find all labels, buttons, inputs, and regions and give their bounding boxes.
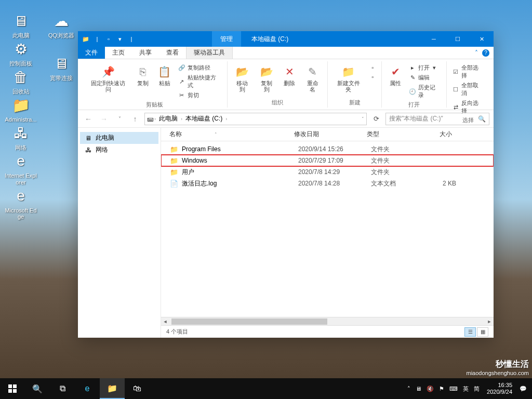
tray-expand-icon[interactable]: ˄ (407, 385, 410, 392)
edge-taskbar-button[interactable]: e (75, 378, 100, 399)
qat-props-icon[interactable]: ▫ (104, 34, 113, 44)
control-panel-icon[interactable]: ⚙控制面板 (4, 38, 37, 66)
column-date[interactable]: 修改日期 (290, 130, 363, 139)
column-name[interactable]: 名称 ˄ (165, 130, 290, 139)
security-tray-icon[interactable]: ⚑ (439, 385, 444, 392)
ime-lang1[interactable]: 英 (463, 385, 469, 393)
easy-access-button[interactable]: ▫ (368, 73, 377, 81)
delete-button[interactable]: ✕删除 (280, 63, 299, 87)
breadcrumb[interactable]: 🖴 › 此电脑 › 本地磁盘 (C:) › ˅ (144, 113, 367, 125)
file-name: 用户 (182, 168, 294, 177)
help-icon[interactable]: ? (482, 49, 489, 57)
watermark: 秒懂生活 miaodongshenghuo.com (467, 359, 529, 376)
forward-button[interactable]: → (98, 113, 110, 125)
file-row[interactable]: 📁Program Files2020/9/14 15:26文件夹 (161, 143, 494, 155)
title-bar[interactable]: 📁 | ▫ ▾ | 管理 本地磁盘 (C:) ─ ☐ ✕ (78, 31, 494, 47)
file-type: 文件夹 (367, 156, 424, 165)
details-view-button[interactable]: ☰ (464, 327, 476, 337)
maximize-button[interactable]: ☐ (446, 31, 470, 47)
cut-button[interactable]: ✂剪切 (177, 91, 223, 100)
properties-button[interactable]: ✔属性 (386, 63, 405, 87)
search-button[interactable]: 🔍 (25, 378, 50, 399)
move-to-button[interactable]: 📂移动到 (232, 63, 253, 94)
copy-path-button[interactable]: 🔗复制路径 (177, 63, 223, 72)
window-title: 本地磁盘 (C:) (241, 35, 422, 44)
pin-to-quick-access-button[interactable]: 📌固定到快速访问 (86, 63, 130, 94)
breadcrumb-segment[interactable]: 此电脑 (157, 114, 180, 123)
qq-browser-icon: ☁ (51, 10, 72, 31)
copy-button[interactable]: ⎘复制 (134, 63, 152, 87)
group-open-label: 打开 (408, 100, 420, 110)
file-row[interactable]: 📄激活日志.log2020/7/8 14:28文本文档2 KB (161, 178, 494, 189)
recent-locations-button[interactable]: ˅ (113, 113, 126, 125)
close-button[interactable]: ✕ (470, 31, 494, 47)
history-button[interactable]: 🕘历史记录 (408, 83, 442, 100)
edge-icon[interactable]: eMicrosoft Edge (4, 185, 37, 220)
scroll-thumb[interactable] (171, 318, 327, 325)
task-view-button[interactable]: ⧉ (50, 378, 75, 399)
nav-network[interactable]: 🖧网络 (80, 144, 158, 156)
breadcrumb-segment[interactable]: 本地磁盘 (C:) (183, 114, 224, 123)
navigation-pane[interactable]: 🖥此电脑🖧网络 (78, 128, 161, 338)
up-button[interactable]: ↑ (129, 113, 141, 125)
group-organize-label: 组织 (272, 98, 283, 108)
scroll-left-icon[interactable]: ◄ (161, 317, 169, 326)
recycle-bin-icon[interactable]: 🗑回收站 (4, 66, 37, 95)
tab-file[interactable]: 文件 (78, 47, 105, 59)
horizontal-scrollbar[interactable]: ◄ ► (161, 317, 494, 325)
paste-button[interactable]: 📋粘贴 (155, 63, 174, 87)
tab-drive-tools[interactable]: 驱动器工具 (186, 47, 233, 59)
tab-home[interactable]: 主页 (105, 47, 132, 59)
tab-share[interactable]: 共享 (132, 47, 159, 59)
ie-icon[interactable]: eInternet Explorer (4, 151, 37, 185)
qq-browser-icon[interactable]: ☁QQ浏览器 (45, 10, 78, 38)
edit-button[interactable]: ✎编辑 (408, 73, 442, 82)
scroll-right-icon[interactable]: ► (485, 317, 494, 326)
desktop[interactable]: 🖥此电脑⚙控制面板🗑回收站📁Administra...🖧网络eInternet … (0, 0, 532, 399)
network-tray-icon[interactable]: 🖥 (416, 385, 421, 392)
notifications-icon[interactable]: 💬 (520, 385, 527, 392)
start-button[interactable] (0, 378, 25, 399)
store-taskbar-button[interactable]: 🛍 (125, 378, 150, 399)
qat-dropdown-icon[interactable]: ▾ (115, 34, 125, 44)
refresh-button[interactable]: ⟳ (370, 113, 382, 125)
ime-lang2[interactable]: 简 (474, 385, 480, 393)
open-button[interactable]: ▸打开▾ (408, 63, 442, 72)
this-pc-icon[interactable]: 🖥此电脑 (4, 10, 37, 38)
select-all-button[interactable]: ☑全部选择 (451, 63, 485, 80)
paste-shortcut-button[interactable]: ↗粘贴快捷方式 (177, 73, 223, 90)
rename-button[interactable]: ✎重命名 (302, 63, 323, 94)
copy-to-button[interactable]: 📂复制到 (256, 63, 277, 94)
ribbon-tabs: 文件 主页 共享 查看 驱动器工具 ˄ ? (78, 47, 494, 59)
file-row[interactable]: 📁Windows2020/7/29 17:09文件夹 (161, 155, 494, 166)
search-input[interactable]: 搜索"本地磁盘 (C:)" 🔍 (385, 113, 489, 125)
file-name: Program Files (182, 145, 294, 153)
file-row[interactable]: 📁用户2020/7/8 14:29文件夹 (161, 166, 494, 178)
folder-icon: 📁 (169, 156, 179, 165)
file-explorer-window: 📁 | ▫ ▾ | 管理 本地磁盘 (C:) ─ ☐ ✕ 文件 主页 共享 查看… (78, 31, 494, 338)
file-icon: 📄 (169, 179, 179, 188)
select-none-button[interactable]: ☐全部取消 (451, 81, 485, 98)
icons-view-button[interactable]: ▦ (477, 327, 488, 337)
group-new-label: 新建 (349, 98, 361, 108)
minimize-button[interactable]: ─ (422, 31, 446, 47)
collapse-ribbon-icon[interactable]: ˄ (475, 49, 478, 57)
clock[interactable]: 16:35 2020/9/24 (485, 382, 514, 395)
nav-this-pc[interactable]: 🖥此电脑 (80, 132, 158, 144)
tab-view[interactable]: 查看 (159, 47, 186, 59)
network-icon[interactable]: 🖧网络 (4, 123, 37, 151)
volume-tray-icon[interactable]: 🔇 (427, 385, 434, 392)
back-button[interactable]: ← (82, 113, 95, 125)
column-size[interactable]: 大小 (420, 130, 456, 139)
new-folder-button[interactable]: 📁新建文件夹 (332, 63, 365, 94)
file-list[interactable]: 📁Program Files2020/9/14 15:26文件夹📁Windows… (161, 141, 494, 317)
breadcrumb-dropdown-icon[interactable]: ˅ (362, 116, 364, 122)
column-type[interactable]: 类型 (363, 130, 420, 139)
ime-tray-icon[interactable]: ⌨ (449, 385, 458, 392)
user-folder-icon[interactable]: 📁Administra... (4, 95, 37, 123)
taskbar[interactable]: 🔍 ⧉ e 📁 🛍 ˄ 🖥 🔇 ⚑ ⌨ 英 简 16:35 2020/9/24 … (0, 378, 532, 399)
qat-divider: | (127, 34, 136, 44)
explorer-taskbar-button[interactable]: 📁 (100, 378, 125, 399)
broadband-icon[interactable]: 🖥宽带连接 (45, 53, 78, 81)
new-item-button[interactable]: ▫ (368, 63, 377, 72)
